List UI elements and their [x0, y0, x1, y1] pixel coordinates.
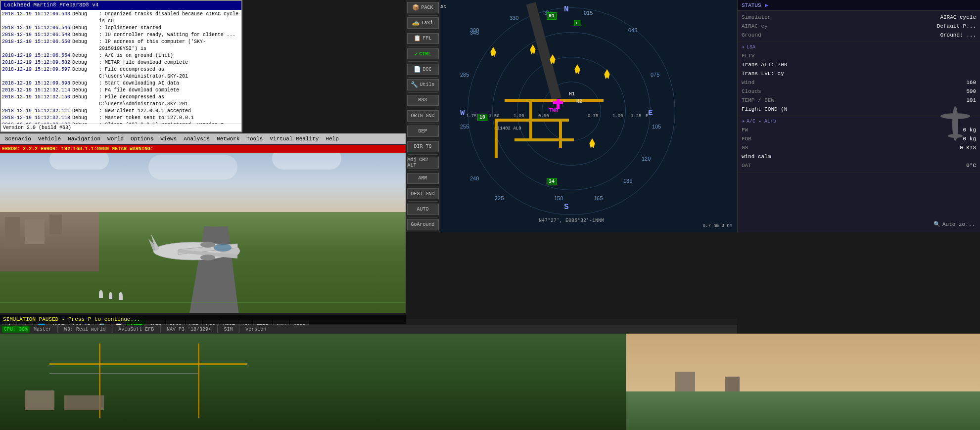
wind-label: Wind — [742, 78, 754, 87]
rp-btn-dir-to[interactable]: DIR TO — [407, 141, 439, 153]
airport-id-91: 91 — [547, 12, 557, 20]
ground-value: Ground: ... — [940, 31, 976, 40]
rp-separator — [408, 77, 438, 78]
building-3 — [49, 215, 62, 234]
log-content[interactable]: 2018-12-19 15:12:06.543 Debug : Organize… — [1, 10, 241, 124]
log-time: 2018-12-19 15:12:32.126 — [2, 122, 70, 124]
rp-separator — [408, 171, 438, 171]
compass-255: 255 — [460, 124, 469, 129]
rp-btn-label: ARR — [418, 175, 427, 181]
rp-btn-label: AUTO — [417, 207, 428, 212]
flight-cond-value: Flight COND (N — [742, 105, 787, 114]
menu-item-network[interactable]: Network — [214, 135, 242, 142]
rp-btn-ctrl[interactable]: ✓CTRL — [407, 48, 439, 60]
aerial-ground — [0, 334, 626, 430]
status-div-3: | — [158, 325, 163, 334]
log-version: Version 2.0 (build #63) — [1, 124, 241, 131]
log-level: Debug — [72, 87, 97, 94]
range-e: E — [646, 114, 648, 119]
menu-bar[interactable]: ScenarioVehicleNavigationWorldOptionsVie… — [0, 133, 406, 144]
menu-item-scenario[interactable]: Scenario — [2, 135, 34, 142]
status-div-5: | — [237, 325, 242, 334]
clouds-value: 500 — [966, 87, 976, 96]
range-0-50: 0.50 — [538, 114, 549, 119]
error-text: ERROR: 2.2.2 ERROR: 192.168.1.1:8080 MET… — [2, 146, 153, 152]
cloud-2 — [148, 155, 237, 179]
log-line: 2018-12-19 15:12:32.111 Debug : New clie… — [2, 108, 240, 115]
log-msg: : IU controller ready, waiting for clien… — [99, 32, 240, 39]
rp-btn-pack[interactable]: 📦PACK — [407, 2, 439, 13]
clouds-row: Clouds 500 — [742, 87, 976, 96]
east-label: E — [648, 109, 653, 118]
building-aerial-1 — [25, 390, 54, 410]
parked-aircraft-2 — [109, 292, 112, 299]
rp-btn-rs3[interactable]: RS3 — [407, 95, 439, 106]
rp-btn-orig-gnd[interactable]: ORIG GND — [407, 110, 439, 122]
svg-marker-7 — [151, 234, 159, 251]
fltv-value-row: Trans ALT: 700 — [742, 60, 976, 69]
rp-btn-auto[interactable]: AUTO — [407, 204, 439, 215]
compass-285: 285 — [460, 72, 469, 78]
zoom-control[interactable]: 🔍 Auto zo... — [933, 221, 975, 227]
ground-thumbnail — [626, 391, 980, 430]
log-line: 2018-12-19 15:12:09.597 Debug : File dec… — [2, 66, 240, 80]
log-time: 2018-12-19 15:12:09.582 — [2, 59, 70, 66]
menu-item-navigation[interactable]: Navigation — [65, 135, 103, 142]
trans-value: Trans LVL: cy — [742, 69, 784, 78]
rp-separator — [408, 46, 438, 46]
fltv-label: FLTV — [742, 51, 754, 60]
menu-item-vehicle[interactable]: Vehicle — [35, 135, 64, 142]
log-window: Lockheed Martin® Prepar3D® v4 2018-12-19… — [0, 0, 242, 132]
taxiway-4 — [514, 138, 574, 141]
menu-item-virtual reality[interactable]: Virtual Reality — [267, 135, 322, 142]
btn-icon: 🔧 — [411, 81, 418, 88]
nav-item: NAV P3 '18/329< — [167, 327, 211, 332]
menu-item-options[interactable]: Options — [128, 135, 156, 142]
app-label: AvlaSoft EFB — [118, 327, 154, 332]
log-level: Debug — [72, 94, 97, 108]
building-thumb-1 — [675, 372, 695, 391]
rp-btn-arr[interactable]: ARR — [407, 173, 439, 184]
h2-label: H2 — [576, 99, 582, 104]
bottom-panels — [0, 334, 980, 430]
right-panel[interactable]: 📦PACK🚕Taxi📋FPL✓CTRL📄DOC🔧UtilsRS3ORIG GND… — [406, 0, 440, 232]
aircraft-silhouette — [940, 99, 970, 151]
twr-label: TWR — [549, 108, 558, 113]
rp-btn-adj-cr2-alt[interactable]: Adj CR2 ALT — [407, 157, 439, 169]
log-level: Debug — [72, 122, 97, 124]
rp-btn-utils[interactable]: 🔧Utils — [407, 79, 439, 90]
bottom-left-view — [0, 334, 626, 430]
map-panel[interactable]: 015 045 075 105 120 135 345 330 315 300 … — [406, 0, 737, 232]
menu-item-help[interactable]: Help — [323, 135, 341, 142]
rp-separator — [408, 154, 438, 155]
taxiway-3 — [495, 119, 569, 122]
building-thumb-2 — [725, 377, 740, 391]
rp-btn-fpl[interactable]: 📋FPL — [407, 33, 439, 44]
status-arrow: ▶ — [765, 2, 769, 8]
menu-item-world[interactable]: World — [104, 135, 127, 142]
status-header: STATUS ▶ — [738, 0, 980, 11]
rp-btn-dep[interactable]: DEP — [407, 126, 439, 137]
status-div-2: | — [110, 325, 115, 334]
rp-btn-label: Taxi — [421, 20, 433, 26]
lsa-title: ✈ LSA — [742, 44, 976, 50]
svg-point-10 — [940, 113, 970, 119]
fw-label: FW — [742, 126, 748, 134]
sim-item: SIM — [224, 327, 233, 332]
menu-item-analysis[interactable]: Analysis — [181, 135, 213, 142]
building-aerial-2 — [64, 395, 104, 410]
menu-item-tools[interactable]: Tools — [243, 135, 266, 142]
taxiway-aerial-2 — [198, 344, 199, 418]
log-time: 2018-12-19 15:12:09.598 — [2, 80, 70, 87]
rp-btn-dest-gnd[interactable]: DEST GND — [407, 188, 439, 200]
rp-btn-taxi[interactable]: 🚕Taxi — [407, 17, 439, 29]
menu-item-views[interactable]: Views — [157, 135, 180, 142]
log-line: 2018-12-19 15:12:09.582 Debug : METAR fi… — [2, 59, 240, 66]
rp-btn-goaround[interactable]: GoAround — [407, 219, 439, 230]
log-level: Debug — [72, 115, 97, 122]
simulator-section: Simulator AIRAC cycle AIRAC cy Default P… — [738, 11, 980, 42]
parked-aircraft-3 — [119, 292, 123, 300]
log-msg: : A/C is on ground (init) — [99, 52, 240, 59]
map-background: 015 045 075 105 120 135 345 330 315 300 … — [406, 0, 737, 232]
rp-btn-doc[interactable]: 📄DOC — [407, 64, 439, 75]
